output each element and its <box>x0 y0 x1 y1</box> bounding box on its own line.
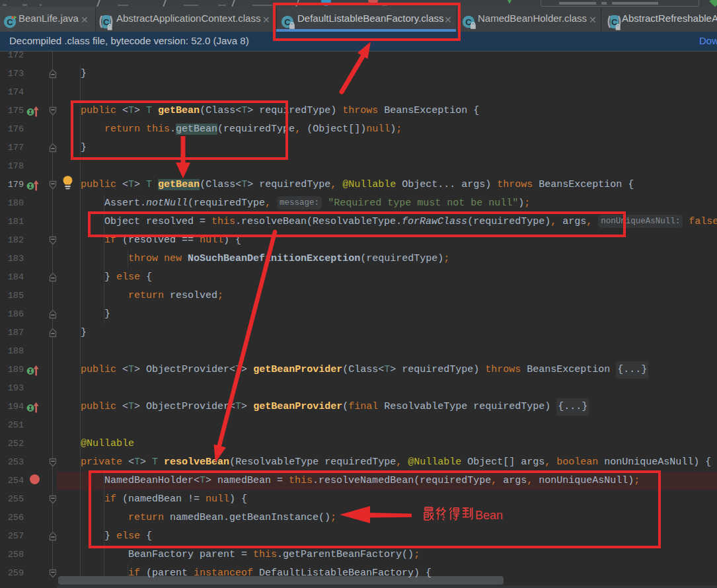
svg-text:C: C <box>7 17 13 27</box>
svg-text:Bean: Bean <box>475 509 503 522</box>
